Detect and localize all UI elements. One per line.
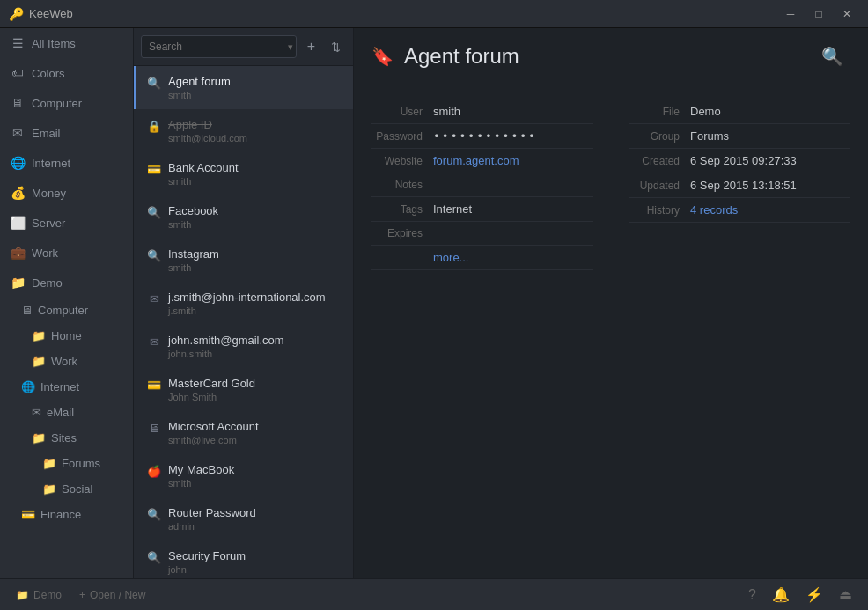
sidebar-tree-label: Finance bbox=[40, 508, 81, 521]
entry-title: j.smith@john-international.com bbox=[168, 290, 342, 304]
entry-title: Security Forum bbox=[168, 549, 342, 562]
password-value[interactable]: •••••••••••• bbox=[433, 129, 593, 143]
sidebar-item-colors[interactable]: 🏷 Colors bbox=[0, 58, 133, 88]
entry-title: MasterCard Gold bbox=[168, 377, 342, 390]
list-item[interactable]: 🔍 Instagram smith bbox=[134, 239, 353, 282]
entry-icon-search: 🔍 bbox=[147, 206, 161, 219]
sidebar-item-label: All Items bbox=[32, 37, 122, 50]
website-value[interactable]: forum.agent.com bbox=[433, 154, 593, 167]
sidebar-tree-label: Internet bbox=[40, 380, 79, 393]
lock-button[interactable]: ⏏ bbox=[832, 583, 859, 606]
minimize-button[interactable]: ─ bbox=[778, 4, 803, 24]
entry-icon-search: 🔍 bbox=[147, 551, 161, 564]
demo-internet-icon: 🌐 bbox=[21, 380, 35, 393]
sidebar-item-demo-email[interactable]: ✉ eMail bbox=[0, 400, 133, 425]
sidebar-item-demo-social[interactable]: 📁 Social bbox=[0, 476, 133, 502]
website-label: Website bbox=[371, 155, 433, 167]
entry-list: 🔍 Agent forum smith 🔒 Apple ID smith@icl… bbox=[134, 66, 353, 610]
list-item[interactable]: 🖥 Microsoft Account smith@live.com bbox=[134, 411, 353, 454]
sidebar-item-money[interactable]: 💰 Money bbox=[0, 178, 133, 208]
user-value[interactable]: smith bbox=[433, 105, 593, 118]
entry-subtitle: smith bbox=[168, 219, 342, 230]
sidebar-tree-label: eMail bbox=[47, 406, 74, 419]
sidebar-tree-label: Work bbox=[51, 355, 77, 368]
bottom-bar: 📁 Demo + Open / New ? 🔔 ⚡ ⏏ bbox=[0, 578, 868, 610]
sidebar-item-demo[interactable]: 📁 Demo bbox=[0, 268, 133, 298]
sidebar-item-demo-finance[interactable]: 💳 Finance bbox=[0, 502, 133, 527]
sidebar-tree-label: Social bbox=[62, 482, 92, 496]
close-button[interactable]: ✕ bbox=[835, 4, 859, 24]
money-icon: 💰 bbox=[11, 186, 25, 200]
entry-title: Apple ID bbox=[168, 118, 342, 131]
sidebar-item-label: Work bbox=[32, 246, 122, 260]
open-new-button[interactable]: + Open / New bbox=[72, 585, 152, 605]
notifications-button[interactable]: 🔔 bbox=[765, 583, 797, 606]
app-title: KeeWeb bbox=[29, 7, 778, 20]
search-clear-button[interactable]: ▾ bbox=[288, 41, 293, 53]
detail-website-row: Website forum.agent.com bbox=[371, 149, 593, 173]
sidebar-item-demo-forums[interactable]: 📁 Forums bbox=[0, 451, 133, 476]
sidebar-item-demo-work[interactable]: 📁 Work bbox=[0, 349, 133, 374]
home-folder-icon: 📁 bbox=[32, 329, 46, 342]
sidebar-item-computer[interactable]: 🖥 Computer bbox=[0, 88, 133, 118]
history-label: History bbox=[629, 204, 690, 217]
bottom-left: 📁 Demo + Open / New bbox=[9, 585, 738, 605]
colors-icon: 🏷 bbox=[11, 66, 25, 80]
sync-button[interactable]: ⚡ bbox=[798, 583, 830, 606]
detail-updated-row: Updated 6 Sep 2015 13:18:51 bbox=[629, 173, 850, 198]
tags-value[interactable]: Internet bbox=[433, 202, 593, 216]
maximize-button[interactable]: □ bbox=[806, 4, 831, 24]
list-item[interactable]: 🔍 Router Password admin bbox=[134, 497, 353, 540]
sidebar-item-server[interactable]: ⬜ Server bbox=[0, 208, 133, 238]
search-input[interactable] bbox=[141, 35, 297, 58]
sidebar-item-label: Email bbox=[32, 127, 122, 140]
detail-search-button[interactable]: 🔍 bbox=[814, 42, 850, 70]
history-value[interactable]: 4 records bbox=[690, 203, 850, 217]
entry-title: Instagram bbox=[168, 247, 342, 261]
list-item[interactable]: 🔍 Agent forum smith bbox=[134, 66, 353, 109]
sidebar-item-work[interactable]: 💼 Work bbox=[0, 238, 133, 268]
detail-right-col: File Demo Group Forums Created 6 Sep 201… bbox=[629, 99, 850, 270]
list-item[interactable]: ✉ j.smith@john-international.com j.smith bbox=[134, 282, 353, 325]
group-label: Group bbox=[629, 130, 690, 143]
entry-icon-lock: 🔒 bbox=[147, 120, 161, 133]
bottom-right: ? 🔔 ⚡ ⏏ bbox=[741, 583, 859, 606]
exit-icon: ⏏ bbox=[839, 587, 852, 602]
sidebar-item-demo-sites[interactable]: 📁 Sites bbox=[0, 425, 133, 451]
list-item[interactable]: 💳 MasterCard Gold John Smith bbox=[134, 368, 353, 411]
entry-subtitle: smith bbox=[168, 176, 342, 187]
sidebar-item-demo-computer[interactable]: 🖥 Computer bbox=[0, 298, 133, 323]
entry-subtitle: smith@live.com bbox=[168, 435, 342, 445]
sort-button[interactable]: ⇅ bbox=[326, 37, 346, 57]
more-link[interactable]: more... bbox=[433, 251, 593, 264]
list-item[interactable]: 🔍 Security Forum john bbox=[134, 540, 353, 584]
user-label: User bbox=[371, 106, 433, 118]
sidebar-item-demo-home[interactable]: 📁 Home bbox=[0, 323, 133, 349]
list-item[interactable]: 🔍 Facebook smith bbox=[134, 195, 353, 239]
entry-subtitle: smith@icloud.com bbox=[168, 133, 342, 143]
entry-title: Facebook bbox=[168, 204, 342, 217]
list-item[interactable]: 💳 Bank Account smith bbox=[134, 152, 353, 195]
group-value: Forums bbox=[690, 129, 850, 143]
add-entry-button[interactable]: + bbox=[302, 35, 320, 58]
list-item[interactable]: 🔒 Apple ID smith@icloud.com bbox=[134, 109, 353, 152]
sidebar-item-internet[interactable]: 🌐 Internet bbox=[0, 148, 133, 178]
computer-icon: 🖥 bbox=[11, 96, 25, 110]
updated-label: Updated bbox=[629, 180, 690, 192]
search-wrapper: ▾ bbox=[141, 35, 297, 58]
bottom-demo-label: Demo bbox=[33, 589, 62, 601]
help-button[interactable]: ? bbox=[741, 584, 763, 606]
sidebar-item-demo-internet[interactable]: 🌐 Internet bbox=[0, 374, 133, 400]
entry-icon-card: 💳 bbox=[147, 378, 161, 392]
tags-label: Tags bbox=[371, 203, 433, 216]
list-item[interactable]: 🍎 My MacBook smith bbox=[134, 454, 353, 497]
password-label: Password bbox=[371, 130, 433, 143]
sidebar-item-all-items[interactable]: ☰ All Items bbox=[0, 28, 133, 58]
bottom-demo-button[interactable]: 📁 Demo bbox=[9, 585, 69, 605]
help-icon: ? bbox=[748, 587, 756, 602]
detail-created-row: Created 6 Sep 2015 09:27:33 bbox=[629, 149, 850, 173]
sidebar-item-email[interactable]: ✉ Email bbox=[0, 118, 133, 148]
list-item[interactable]: ✉ john.smith@gmail.com john.smith bbox=[134, 325, 353, 368]
detail-more-row: more... bbox=[371, 246, 593, 270]
finance-folder-icon: 💳 bbox=[21, 508, 35, 521]
